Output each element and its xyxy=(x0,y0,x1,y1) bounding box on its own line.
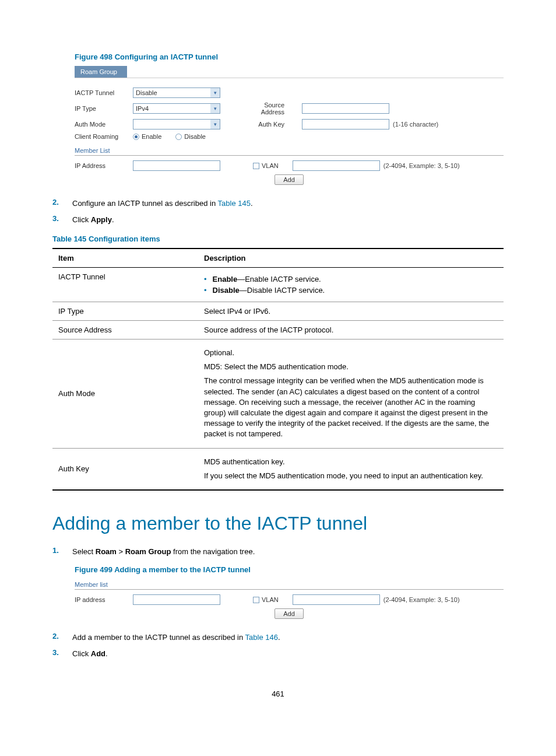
radio-icon xyxy=(175,134,182,140)
cell-item: IP Type xyxy=(52,302,198,321)
step-3b-text: Click Add. xyxy=(72,648,504,660)
ip-type-value: IPv4 xyxy=(136,105,149,112)
ip-address-label-2: IP address xyxy=(75,596,133,603)
table-row: Auth Mode Optional. MD5: Select the MD5 … xyxy=(52,340,504,449)
table-row: Auth Key MD5 authentication key. If you … xyxy=(52,448,504,490)
auth-mode-select[interactable]: ▾ xyxy=(133,119,220,130)
vlan-checkbox-2[interactable]: VLAN xyxy=(253,596,279,603)
step-2b-text: Add a member to the IACTP tunnel as desc… xyxy=(72,632,504,643)
step-number-3: 3. xyxy=(52,214,72,226)
vlan-hint: (2-4094, Example: 3, 5-10) xyxy=(383,162,460,169)
table-145-caption: Table 145 Configuration items xyxy=(52,235,504,243)
ip-type-select[interactable]: IPv4 ▾ xyxy=(133,103,220,114)
checkbox-icon xyxy=(253,163,259,169)
iactp-tunnel-value: Disable xyxy=(136,89,157,96)
col-item-header: Item xyxy=(52,249,198,268)
ip-address-input[interactable] xyxy=(133,160,220,171)
table-row: IP Type Select IPv4 or IPv6. xyxy=(52,302,504,321)
member-list-heading: Member List xyxy=(75,145,504,156)
section-heading: Adding a member to the IACTP tunnel xyxy=(52,513,504,534)
cell-item: Auth Key xyxy=(52,448,198,490)
vlan-input-2[interactable] xyxy=(293,594,380,605)
vlan-input[interactable] xyxy=(293,160,380,171)
cell-desc: Enable—Enable IACTP service. Disable—Dis… xyxy=(198,268,504,302)
add-button[interactable]: Add xyxy=(275,174,304,185)
vlan-label-2: VLAN xyxy=(262,596,279,603)
auth-key-label: Auth Key xyxy=(244,121,290,128)
col-description-header: Description xyxy=(198,249,504,268)
step-1-text: Select Roam > Roam Group from the naviga… xyxy=(72,546,504,558)
configuration-items-table: Item Description IACTP Tunnel Enable—Ena… xyxy=(52,248,504,491)
auth-key-hint: (1-16 character) xyxy=(393,121,438,128)
table-145-link[interactable]: Table 145 xyxy=(218,199,251,208)
step-number-2b: 2. xyxy=(52,632,72,643)
table-row: IACTP Tunnel Enable—Enable IACTP service… xyxy=(52,268,504,302)
cell-item: Auth Mode xyxy=(52,340,198,449)
table-row: Source Address Source address of the IAC… xyxy=(52,321,504,340)
ip-address-label: IP Address xyxy=(75,162,133,169)
source-address-input[interactable] xyxy=(302,103,389,114)
chevron-down-icon: ▾ xyxy=(210,104,220,113)
cell-item: Source Address xyxy=(52,321,198,340)
enable-label: Enable xyxy=(142,133,161,140)
step-3-text: Click Apply. xyxy=(72,214,504,226)
vlan-checkbox[interactable]: VLAN xyxy=(253,162,279,169)
chevron-down-icon: ▾ xyxy=(210,88,220,97)
step-number-3b: 3. xyxy=(52,648,72,660)
cell-desc: Source address of the IACTP protocol. xyxy=(198,321,504,340)
page-number: 461 xyxy=(52,690,504,698)
iactp-tunnel-label: IACTP Tunnel xyxy=(75,89,133,96)
vlan-hint-2: (2-4094, Example: 3, 5-10) xyxy=(383,596,460,603)
vlan-label: VLAN xyxy=(262,162,279,169)
figure-499-caption: Figure 499 Adding a member to the IACTP … xyxy=(75,565,504,574)
roam-group-tab[interactable]: Roam Group xyxy=(75,66,127,78)
cell-desc: MD5 authentication key. If you select th… xyxy=(198,448,504,490)
cell-desc: Optional. MD5: Select the MD5 authentica… xyxy=(198,340,504,449)
ip-address-input-2[interactable] xyxy=(133,594,220,605)
cell-item: IACTP Tunnel xyxy=(52,268,198,302)
checkbox-icon xyxy=(253,597,259,603)
figure-498-caption: Figure 498 Configuring an IACTP tunnel xyxy=(75,52,504,61)
step-2-text: Configure an IACTP tunnel as described i… xyxy=(72,198,504,209)
disable-label: Disable xyxy=(184,133,206,140)
auth-mode-label: Auth Mode xyxy=(75,121,133,128)
table-146-link[interactable]: Table 146 xyxy=(245,633,278,642)
ip-type-label: IP Type xyxy=(75,105,133,112)
radio-icon xyxy=(133,134,139,140)
cell-desc: Select IPv4 or IPv6. xyxy=(198,302,504,321)
member-list-heading-2: Member list xyxy=(75,579,504,590)
client-roaming-label: Client Roaming xyxy=(75,133,133,140)
client-roaming-disable-radio[interactable]: Disable xyxy=(175,133,206,140)
iactp-tunnel-select[interactable]: Disable ▾ xyxy=(133,88,220,98)
step-number-2: 2. xyxy=(52,198,72,209)
step-number-1: 1. xyxy=(52,546,72,558)
source-address-label: Source Address xyxy=(244,102,290,116)
chevron-down-icon: ▾ xyxy=(210,120,220,129)
auth-key-input[interactable] xyxy=(302,119,389,130)
add-button-2[interactable]: Add xyxy=(275,608,304,619)
client-roaming-enable-radio[interactable]: Enable xyxy=(133,133,161,140)
